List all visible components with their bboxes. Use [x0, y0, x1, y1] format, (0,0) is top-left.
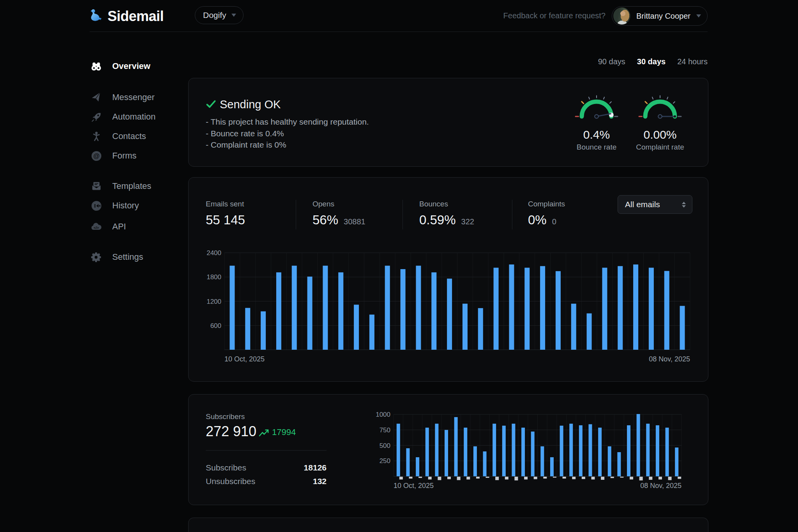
- bar: [524, 268, 530, 350]
- bar: [338, 272, 343, 350]
- complaint-rate-value: 0.00%: [627, 128, 693, 141]
- stat-label: Opens: [312, 200, 365, 208]
- at-circle-icon: @: [90, 150, 102, 162]
- sidebar-item-history[interactable]: History: [90, 199, 139, 212]
- sidebar-item-templates[interactable]: Templates: [90, 180, 151, 193]
- period-90-days[interactable]: 90 days: [598, 57, 625, 66]
- sidebar-item-api[interactable]: </> API: [90, 220, 126, 233]
- bar-down: [505, 477, 508, 479]
- bar: [406, 448, 410, 476]
- avatar: [613, 7, 630, 25]
- svg-text:1200: 1200: [207, 298, 221, 305]
- bounce-rate-value: 0.4%: [563, 128, 630, 141]
- bar: [560, 426, 563, 476]
- bar-down: [438, 477, 441, 480]
- sidebar-item-overview[interactable]: Overview: [90, 60, 150, 73]
- bar-down: [495, 477, 499, 480]
- stat-sub-value: 30881: [344, 217, 365, 226]
- bar: [571, 304, 576, 350]
- bar-down: [620, 477, 623, 477]
- bar: [230, 266, 235, 350]
- svg-text:1000: 1000: [376, 411, 390, 418]
- bar: [276, 272, 281, 350]
- bar: [521, 428, 525, 476]
- sidebar-item-automation[interactable]: Automation: [90, 110, 155, 123]
- bar: [649, 268, 654, 350]
- bar: [656, 425, 659, 476]
- bar: [680, 306, 685, 350]
- bar-down: [486, 477, 489, 478]
- svg-text:@: @: [93, 152, 99, 159]
- svg-text:08 Nov, 2025: 08 Nov, 2025: [640, 482, 681, 490]
- bar: [261, 311, 266, 350]
- feedback-link[interactable]: Feedback or feature request?: [503, 11, 606, 20]
- project-selector[interactable]: Dogify: [195, 6, 244, 24]
- bar: [540, 266, 545, 350]
- bar: [587, 314, 592, 350]
- bar-down: [418, 477, 422, 478]
- emails-chart: 60012001800240010 Oct, 202508 Nov, 2025: [204, 244, 693, 372]
- bar: [416, 266, 421, 350]
- bar: [556, 271, 561, 350]
- period-30-days[interactable]: 30 days: [637, 57, 666, 66]
- sending-status-panel: Sending OK - This project has healthy se…: [188, 78, 708, 167]
- status-note: - Complaint rate is 0%: [206, 139, 369, 151]
- bar: [617, 452, 621, 476]
- svg-text:1800: 1800: [207, 273, 221, 281]
- bar: [627, 425, 630, 476]
- subscribers-panel: Subscribers 272 910 17994 Subscribes 181…: [188, 394, 708, 505]
- sidebar-item-contacts[interactable]: Contacts: [90, 130, 146, 143]
- bounce-rate-gauge: [563, 86, 630, 129]
- status-note: - This project has healthy sending reput…: [206, 116, 369, 128]
- bar: [425, 428, 429, 476]
- bar-down: [649, 477, 652, 480]
- bar: [354, 305, 359, 350]
- bar: [675, 447, 678, 476]
- bar: [447, 278, 452, 350]
- subscribes-label: Subscribes: [206, 463, 246, 472]
- bar: [416, 457, 419, 476]
- bar: [502, 426, 506, 476]
- rewind-circle-icon: [90, 200, 102, 211]
- svg-text:10 Oct, 2025: 10 Oct, 2025: [394, 482, 434, 490]
- bounce-rate-label: Bounce rate: [563, 143, 630, 151]
- person-icon: [90, 130, 102, 142]
- subscribers-chart: 250500750100010 Oct, 202508 Nov, 2025: [376, 405, 693, 505]
- user-menu[interactable]: Brittany Cooper: [612, 6, 708, 26]
- stat-label: Complaints: [528, 200, 565, 208]
- bar: [483, 451, 487, 476]
- select-arrows-icon: [682, 202, 686, 208]
- svg-text:250: 250: [380, 457, 390, 465]
- stat-label: Bounces: [419, 200, 474, 208]
- bar: [618, 266, 623, 350]
- bar: [540, 446, 544, 476]
- period-24-hours[interactable]: 24 hours: [677, 57, 708, 66]
- email-filter-select[interactable]: All emails: [618, 195, 692, 214]
- sidebar-item-forms[interactable]: @ Forms: [90, 149, 136, 162]
- bar-down: [582, 477, 585, 479]
- svg-text:600: 600: [210, 322, 221, 329]
- stat-value: 55 145: [206, 213, 245, 227]
- subscribers-label: Subscribers: [206, 412, 245, 421]
- bar-down: [428, 477, 432, 479]
- bar-down: [543, 477, 547, 479]
- bar-down: [524, 477, 528, 479]
- bar: [245, 308, 250, 350]
- bar: [512, 424, 515, 476]
- bar: [431, 272, 436, 350]
- bar: [445, 430, 448, 476]
- bar: [550, 457, 554, 476]
- brand-name: Sidemail: [108, 8, 164, 25]
- svg-text:08 Nov, 2025: 08 Nov, 2025: [649, 355, 690, 363]
- bar: [478, 308, 483, 350]
- sidebar-item-settings[interactable]: Settings: [90, 250, 143, 264]
- bar: [509, 264, 514, 350]
- cloud-code-icon: </>: [90, 221, 102, 233]
- bar-down: [563, 477, 566, 479]
- sidebar-item-messenger[interactable]: Messenger: [90, 91, 155, 104]
- bar: [608, 446, 611, 476]
- subscribers-change: 17994: [272, 427, 296, 437]
- stat-sub-value: 0: [552, 217, 556, 226]
- bar: [369, 315, 374, 350]
- bar-down: [553, 477, 556, 477]
